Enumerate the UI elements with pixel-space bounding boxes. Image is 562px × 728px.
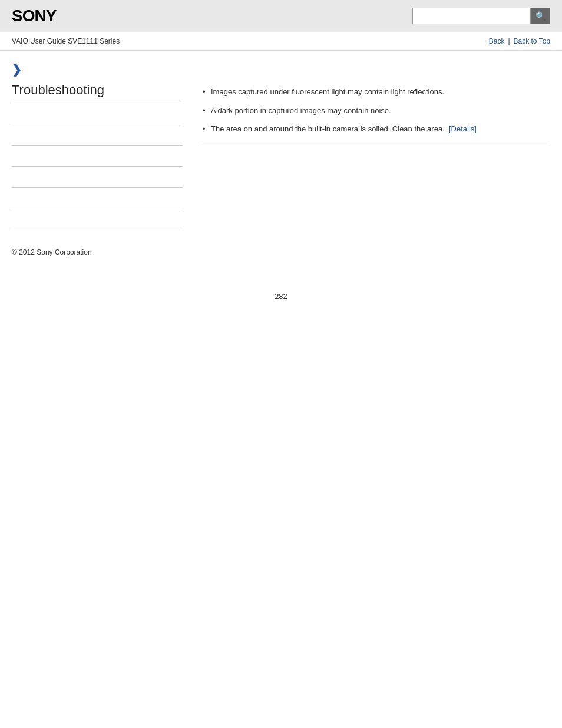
list-item[interactable] — [12, 188, 183, 209]
breadcrumb-divider: | — [508, 37, 510, 45]
bullet-text-2: A dark portion in captured images may co… — [211, 106, 391, 115]
search-area: 🔍 — [412, 8, 550, 24]
left-sidebar: Troubleshooting © 2012 Sony Corporation — [12, 83, 183, 256]
back-to-top-link[interactable]: Back to Top — [514, 37, 550, 45]
list-item[interactable] — [12, 103, 183, 124]
details-link[interactable]: [Details] — [449, 124, 477, 133]
two-col-layout: Troubleshooting © 2012 Sony Corporation … — [12, 83, 550, 256]
search-button[interactable]: 🔍 — [530, 8, 550, 24]
header: SONY 🔍 — [0, 0, 562, 32]
list-item: Images captured under fluorescent light … — [200, 83, 550, 101]
right-content-divider — [200, 146, 550, 146]
section-title: Troubleshooting — [12, 83, 183, 98]
list-item[interactable] — [12, 167, 183, 188]
right-content: Images captured under fluorescent light … — [200, 83, 550, 256]
search-icon: 🔍 — [535, 11, 546, 21]
footer-copyright: © 2012 Sony Corporation — [12, 248, 183, 256]
main-content: ❯ Troubleshooting © 2012 Sony Corporatio… — [0, 51, 562, 268]
sony-logo: SONY — [12, 6, 56, 25]
breadcrumb-left: VAIO User Guide SVE1111 Series — [12, 37, 120, 45]
bullet-text-1: Images captured under fluorescent light … — [211, 87, 444, 96]
list-item[interactable] — [12, 209, 183, 230]
search-input[interactable] — [412, 8, 530, 24]
list-item[interactable] — [12, 124, 183, 146]
list-item: A dark portion in captured images may co… — [200, 101, 550, 120]
back-link[interactable]: Back — [489, 37, 505, 45]
list-item: The area on and around the built-in came… — [200, 120, 550, 139]
bullet-list: Images captured under fluorescent light … — [200, 83, 550, 139]
breadcrumb-right: Back | Back to Top — [489, 37, 550, 45]
page-number: 282 — [0, 292, 562, 301]
bullet-text-3: The area on and around the built-in came… — [211, 124, 445, 133]
list-item[interactable] — [12, 146, 183, 167]
breadcrumb-bar: VAIO User Guide SVE1111 Series Back | Ba… — [0, 32, 562, 51]
chevron-icon: ❯ — [12, 62, 550, 77]
